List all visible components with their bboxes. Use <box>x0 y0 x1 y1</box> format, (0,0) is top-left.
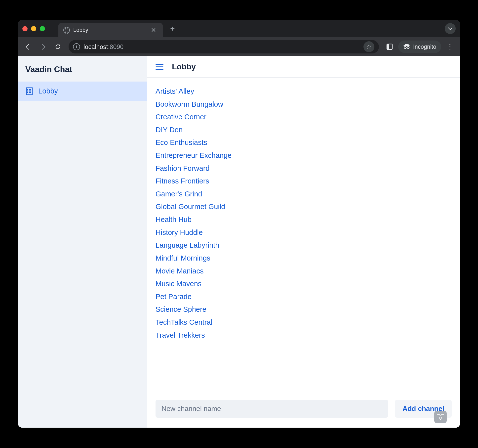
vaadin-icon <box>437 413 444 421</box>
tab-close-button[interactable]: ✕ <box>149 26 158 34</box>
app-content: Vaadin Chat Lobby Lobby Artists' AlleyBo… <box>18 56 460 428</box>
channel-link[interactable]: Science Sphere <box>156 303 452 316</box>
channel-link[interactable]: Bookworm Bungalow <box>156 98 452 111</box>
channel-link[interactable]: TechTalks Central <box>156 316 452 329</box>
arrow-left-icon <box>24 43 32 50</box>
site-info-icon[interactable]: i <box>73 43 80 50</box>
chevron-down-icon <box>448 27 453 30</box>
svg-rect-6 <box>27 89 28 90</box>
tabs-dropdown-button[interactable] <box>445 23 456 34</box>
url-host: localhost <box>83 43 108 50</box>
main-area: Lobby Artists' AlleyBookworm BungalowCre… <box>147 56 460 428</box>
channel-link[interactable]: Pet Parade <box>156 290 452 303</box>
channel-link[interactable]: Entrepreneur Exchange <box>156 149 452 162</box>
channel-link[interactable]: Fashion Forward <box>156 162 452 175</box>
tab-strip: Lobby ✕ + <box>18 20 460 37</box>
channel-link[interactable]: Music Mavens <box>156 277 452 290</box>
browser-window: Lobby ✕ + i localhost <box>18 20 460 428</box>
app-title: Vaadin Chat <box>18 56 147 82</box>
address-bar[interactable]: i localhost:8090 ☆ <box>69 40 379 53</box>
window-minimize-button[interactable] <box>31 26 36 31</box>
svg-rect-1 <box>387 44 389 49</box>
incognito-indicator[interactable]: Incognito <box>398 41 441 53</box>
channel-link[interactable]: Travel Trekkers <box>156 329 452 342</box>
vaadin-devtools-badge[interactable] <box>434 411 447 423</box>
svg-rect-10 <box>29 90 30 91</box>
hamburger-icon <box>156 64 163 70</box>
panel-toggle-button[interactable] <box>383 41 396 53</box>
drawer-toggle-button[interactable] <box>156 64 163 70</box>
svg-rect-14 <box>30 92 31 93</box>
url-text: localhost:8090 <box>83 43 360 50</box>
panel-icon <box>386 44 393 50</box>
toolbar: i localhost:8090 ☆ Incognito ⋮ <box>18 37 460 56</box>
url-port: :8090 <box>108 43 124 50</box>
channel-link[interactable]: DIY Den <box>156 124 452 136</box>
svg-rect-9 <box>27 90 28 91</box>
footer: Add channel <box>147 394 460 428</box>
channel-link[interactable]: Gamer's Grind <box>156 188 452 201</box>
sidebar-item-lobby[interactable]: Lobby <box>18 82 147 101</box>
channel-link[interactable]: Movie Maniacs <box>156 265 452 278</box>
page-title: Lobby <box>172 62 196 71</box>
channel-link[interactable]: Health Hub <box>156 213 452 226</box>
channel-link[interactable]: Creative Corner <box>156 111 452 124</box>
svg-rect-11 <box>30 90 31 91</box>
sidebar: Vaadin Chat Lobby <box>18 56 147 428</box>
new-channel-input[interactable] <box>156 400 388 418</box>
channel-link[interactable]: History Huddle <box>156 226 452 239</box>
channel-link[interactable]: Fitness Frontiers <box>156 175 452 188</box>
svg-rect-8 <box>30 89 31 90</box>
forward-button[interactable] <box>37 41 49 53</box>
channel-link[interactable]: Eco Enthusiasts <box>156 136 452 149</box>
svg-point-4 <box>407 46 409 48</box>
browser-menu-button[interactable]: ⋮ <box>444 41 456 53</box>
svg-rect-7 <box>29 89 30 90</box>
channel-link[interactable]: Artists' Alley <box>156 85 452 98</box>
incognito-label: Incognito <box>413 44 436 50</box>
browser-chrome: Lobby ✕ + i localhost <box>18 20 460 56</box>
address-bar-container: i localhost:8090 ☆ <box>69 40 379 53</box>
sidebar-item-label: Lobby <box>38 87 58 95</box>
building-icon <box>26 87 33 95</box>
globe-icon <box>63 27 70 33</box>
svg-point-3 <box>404 46 406 48</box>
window-maximize-button[interactable] <box>40 26 45 31</box>
channel-list: Artists' AlleyBookworm BungalowCreative … <box>147 78 460 394</box>
reload-icon <box>54 43 61 50</box>
browser-tab[interactable]: Lobby ✕ <box>58 23 163 37</box>
back-button[interactable] <box>22 41 34 53</box>
svg-rect-13 <box>29 92 30 93</box>
channel-link[interactable]: Global Gourmet Guild <box>156 200 452 213</box>
new-tab-button[interactable]: + <box>166 24 179 33</box>
reload-button[interactable] <box>52 41 64 53</box>
channel-link[interactable]: Language Labyrinth <box>156 239 452 252</box>
incognito-icon <box>403 43 410 50</box>
arrow-right-icon <box>39 43 47 50</box>
svg-rect-12 <box>27 92 28 93</box>
channel-link[interactable]: Mindful Mornings <box>156 252 452 265</box>
window-close-button[interactable] <box>22 26 28 31</box>
tab-title: Lobby <box>73 27 146 33</box>
main-header: Lobby <box>147 56 460 78</box>
bookmark-button[interactable]: ☆ <box>363 41 374 52</box>
window-controls <box>22 26 45 31</box>
svg-rect-2 <box>403 45 410 46</box>
